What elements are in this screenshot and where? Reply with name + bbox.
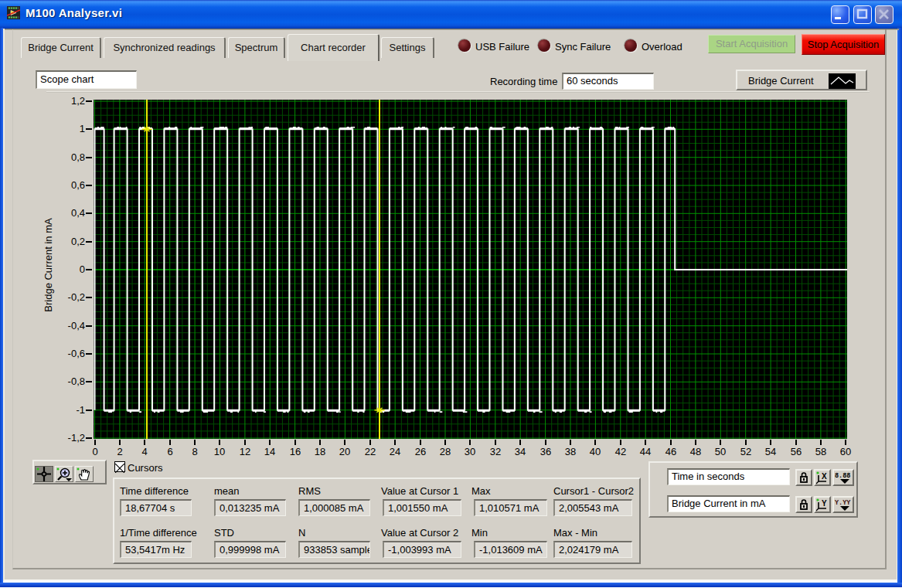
- svg-text:Y.YY: Y.YY: [835, 499, 851, 507]
- svg-text:X: X: [822, 472, 827, 481]
- svg-text:8.88: 8.88: [835, 472, 850, 480]
- svg-text:Y: Y: [822, 499, 827, 508]
